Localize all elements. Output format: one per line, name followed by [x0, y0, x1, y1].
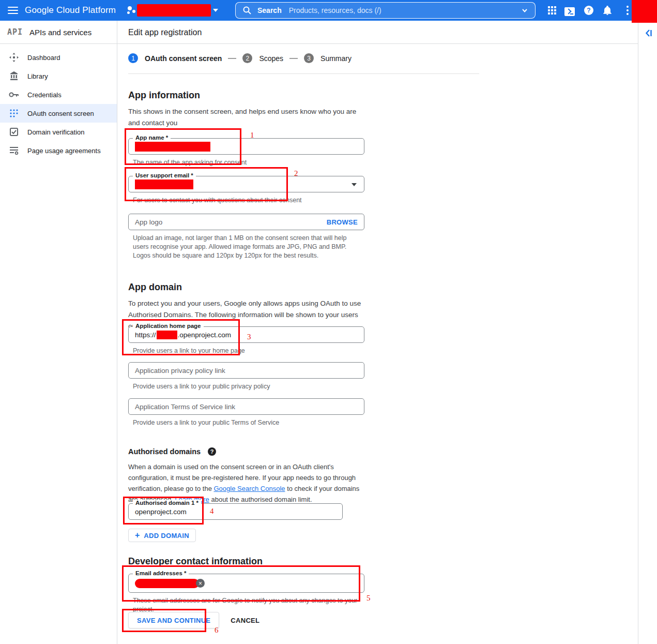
main-header: Edit app registration [117, 21, 638, 44]
sidebar: API APIs and services Dashboard Library [0, 21, 117, 644]
email-chip-redaction [135, 579, 199, 588]
app-logo-field-group: App logo BROWSE Upload an image, not lar… [128, 214, 364, 260]
annotation-number-2: 2 [294, 169, 298, 178]
app-name-field-group: App name * The name of the app asking fo… [128, 138, 364, 167]
help-icon[interactable]: ? [584, 5, 594, 16]
app-domain-title: App domain [128, 282, 182, 293]
annotation-number-1: 1 [250, 131, 254, 140]
plus-icon: + [135, 531, 140, 540]
search-icon [243, 6, 251, 14]
select-caret-down-icon[interactable] [352, 183, 357, 186]
app-information-title: App information [128, 90, 200, 101]
api-logo: API [7, 27, 23, 37]
project-icon [127, 5, 137, 16]
add-domain-button[interactable]: + ADD DOMAIN [128, 529, 196, 542]
page-title: Edit app registration [128, 21, 202, 44]
sidebar-item-domain-verification[interactable]: Domain verification [0, 123, 117, 141]
notifications-bell-icon[interactable] [602, 5, 613, 16]
search-input[interactable]: Search Products, resources, docs (/) [235, 2, 536, 19]
user-support-email-select[interactable]: User support email * [128, 176, 364, 192]
agreements-icon [9, 145, 19, 156]
consent-screen-icon [9, 108, 19, 118]
project-name-redaction[interactable] [137, 4, 211, 17]
terms-of-service-helper: Provide users a link to your public Term… [133, 418, 364, 427]
terms-of-service-field-group: Application Terms of Service link Provid… [128, 398, 364, 427]
sidebar-item-library[interactable]: Library [0, 67, 117, 85]
gcp-console-page: Google Cloud Platform Search Products, r… [0, 0, 657, 644]
top-app-bar: Google Cloud Platform Search Products, r… [0, 0, 657, 21]
authorised-domain-1-input[interactable]: Authorised domain 1 * openproject.com [128, 503, 343, 520]
google-search-console-link[interactable]: Google Search Console [214, 485, 285, 492]
authorised-domains-description: When a domain is used on the consent scr… [128, 461, 367, 505]
account-avatar-redaction[interactable] [632, 0, 657, 23]
step-2-circle[interactable]: 2 [242, 53, 252, 63]
browse-button[interactable]: BROWSE [327, 218, 358, 226]
home-page-helper: Provide users a link to your home page [133, 347, 364, 355]
apps-grid-icon[interactable] [547, 5, 557, 16]
checkbox-icon [9, 127, 19, 137]
step-3-label[interactable]: Summary [320, 54, 352, 63]
chip-close-icon[interactable]: × [196, 579, 205, 588]
authorised-domains-title: Authorised domains [128, 447, 201, 456]
sidebar-item-oauth-consent-screen[interactable]: OAuth consent screen [0, 104, 117, 123]
project-caret-down-icon[interactable] [213, 9, 218, 12]
sidebar-item-credentials[interactable]: Credentials [0, 85, 117, 104]
sidebar-title: APIs and services [29, 28, 91, 37]
help-question-icon[interactable]: ? [208, 447, 216, 456]
step-3-circle[interactable]: 3 [304, 53, 314, 63]
menu-icon[interactable] [8, 5, 19, 16]
app-name-input[interactable]: App name * [128, 138, 364, 155]
action-buttons: SAVE AND CONTINUE CANCEL [128, 612, 259, 628]
email-addresses-helper: These email addresses are for Google to … [133, 596, 364, 614]
user-support-email-helper: For users to contact you with questions … [133, 196, 364, 205]
sidebar-item-page-usage-agreements[interactable]: Page usage agreements [0, 141, 117, 160]
sidebar-item-dashboard[interactable]: Dashboard [0, 48, 117, 67]
stepper: 1 OAuth consent screen 2 Scopes 3 Summar… [128, 53, 352, 63]
step-divider [228, 58, 236, 59]
annotation-number-6: 6 [215, 626, 219, 635]
annotation-number-4: 4 [210, 507, 214, 516]
search-label: Search [257, 6, 282, 14]
more-options-icon[interactable] [622, 5, 633, 16]
dashboard-icon [9, 52, 19, 63]
collapse-panel-icon[interactable] [645, 29, 653, 37]
app-logo-input[interactable]: App logo BROWSE [128, 214, 364, 230]
chevron-down-icon[interactable] [522, 7, 528, 13]
step-1-circle[interactable]: 1 [128, 53, 138, 63]
email-addresses-input[interactable]: Email addresses * × [128, 574, 364, 593]
product-name[interactable]: Google Cloud Platform [25, 0, 116, 21]
developer-contact-title: Developer contact information [128, 556, 263, 567]
save-and-continue-button[interactable]: SAVE AND CONTINUE [128, 612, 219, 628]
privacy-policy-helper: Provide users a link to your public priv… [133, 382, 364, 391]
step-2-label[interactable]: Scopes [259, 54, 283, 63]
app-name-value-redaction [135, 142, 210, 152]
right-rail [638, 21, 657, 644]
key-icon [9, 89, 19, 100]
cloud-shell-icon[interactable] [564, 6, 575, 17]
authorised-domain-1-field-group: Authorised domain 1 * openproject.com [128, 503, 343, 520]
user-support-email-value-redaction [135, 179, 193, 189]
app-logo-helper: Upload an image, not larger than 1 MB on… [133, 234, 363, 260]
divider [128, 73, 479, 74]
step-1-label[interactable]: OAuth consent screen [145, 54, 222, 63]
email-addresses-field-group: Email addresses * × These email addresse… [128, 574, 364, 614]
user-support-email-field-group: User support email * For users to contac… [128, 176, 364, 205]
annotation-number-5: 5 [366, 594, 371, 603]
library-icon [9, 71, 19, 81]
terms-of-service-input[interactable]: Application Terms of Service link [128, 398, 364, 415]
privacy-policy-input[interactable]: Application privacy policy link [128, 362, 364, 379]
search-placeholder: Products, resources, docs (/) [289, 6, 522, 14]
annotation-number-3: 3 [247, 333, 251, 341]
home-page-field-group: Application home page https://.openproje… [128, 326, 364, 355]
sidebar-header: API APIs and services [0, 21, 117, 44]
home-page-subdomain-redaction [157, 331, 177, 339]
privacy-policy-field-group: Application privacy policy link Provide … [128, 362, 364, 391]
app-name-helper: The name of the app asking for consent [133, 158, 364, 167]
app-information-description: This shows in the consent screen, and he… [128, 106, 362, 129]
step-divider [289, 58, 298, 59]
application-home-page-input[interactable]: Application home page https://.openproje… [128, 326, 364, 343]
cancel-button[interactable]: CANCEL [231, 617, 259, 624]
